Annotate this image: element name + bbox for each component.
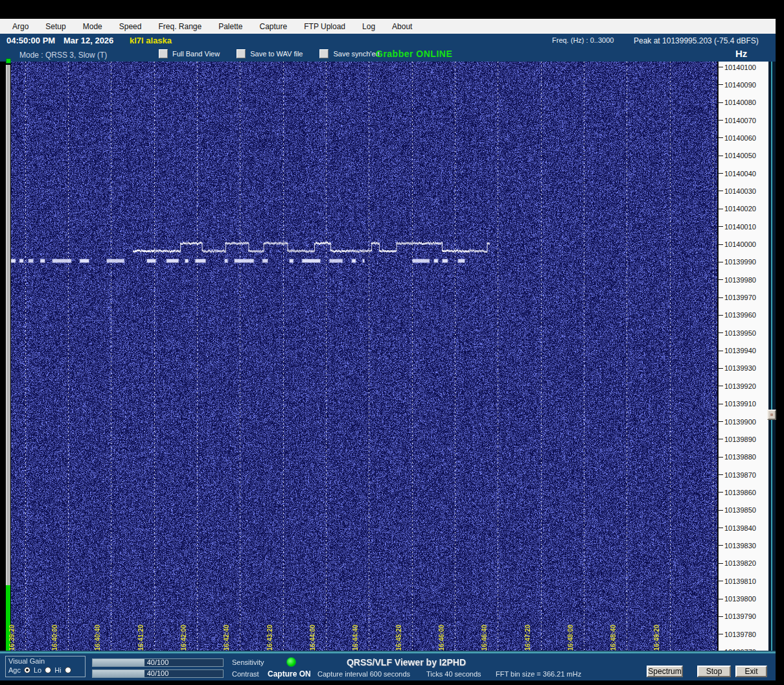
visual-gain-group: Visual Gain Agc Lo Hi [5,656,86,677]
menu-item[interactable]: About [384,22,421,31]
time-axis-label: 16:46:40 [481,625,488,651]
fft-bin-label: FFT bin size = 366.21 mHz [496,670,581,678]
freq-scale-row: 10139920 [719,382,756,390]
frequency-slider-track[interactable] [768,62,776,653]
freq-label: 10139900 [724,418,756,426]
freq-label: 10139920 [724,382,756,390]
freq-tick-icon [719,616,723,617]
sensitivity-slider[interactable]: 40/100 [92,658,224,667]
time-axis-label: 16:48:00 [567,625,574,651]
freq-label: 10139780 [724,631,756,638]
visual-gain-options: Agc Lo Hi [8,666,71,674]
freq-tick-icon [719,262,723,262]
freq-scale-row: 10139940 [719,347,756,355]
title-bar: 04:50:00 PM Mar 12, 2026 kl7l alaska Fre… [0,34,776,47]
scale-unit-label: Hz [735,48,747,59]
freq-label: 10140020 [724,205,756,213]
freq-tick-icon [719,510,723,511]
stop-button[interactable]: Stop [697,666,731,677]
menu-item[interactable]: Capture [251,22,296,31]
freq-scale-row: 10139980 [719,275,756,284]
freq-label: 10139990 [724,258,756,266]
contrast-slider[interactable]: 40/100 [92,669,224,678]
app-title: QRSS/VLF Viewer by I2PHD [309,657,503,668]
exit-button[interactable]: Exit [735,666,767,677]
freq-scale-row: 10140080 [719,99,756,107]
freq-label: 10140050 [724,152,756,159]
menu-item[interactable]: Palette [210,22,251,31]
freq-scale-row: 10139970 [719,294,756,302]
checkbox-option[interactable]: Save to WAV file [236,49,303,58]
hi-radio-label: Hi [54,666,61,674]
freq-tick-icon [719,351,723,351]
freq-label: 10139940 [724,347,756,354]
freq-tick-icon [719,244,723,245]
freq-label: 10140030 [724,187,756,195]
sensitivity-value: 40/100 [93,659,223,666]
freq-label: 10139960 [724,311,756,319]
menu-item[interactable]: FTP Upload [295,22,354,31]
capture-status: Capture ON [268,669,311,679]
freq-tick-icon [719,209,723,209]
menu-item[interactable]: Argo [4,22,37,31]
freq-scale-row: 10140040 [719,169,756,178]
freq-label: 10139820 [724,559,756,567]
menu-item[interactable]: Mode [75,22,111,31]
frequency-slider-thumb[interactable] [767,410,776,420]
freq-scale-row: 10140030 [719,187,756,195]
time-axis-label: 16:40:00 [51,625,58,651]
clock-time: 04:50:00 PM [6,36,55,45]
freq-tick-icon [719,137,723,138]
menu-item[interactable]: Speed [111,22,150,31]
freq-label: 10139860 [724,489,756,496]
ticks-label: Ticks 40 seconds [426,670,481,678]
contrast-value: 40/100 [93,670,223,677]
freq-scale-row: 10139960 [719,311,756,319]
freq-tick-icon [719,226,723,227]
visual-gain-label: Visual Gain [8,657,45,665]
freq-scale-row: 10139860 [719,488,756,496]
freq-tick-icon [719,528,723,528]
freq-label: 10139850 [724,506,756,514]
status-bar: Visual Gain Agc Lo Hi 40/100 40/100 Sens… [0,654,776,680]
lo-radio[interactable] [45,667,51,673]
freq-scale-row: 10140020 [719,205,756,213]
freq-label: 10139890 [724,435,756,443]
freq-scale-row: 10139800 [719,595,756,603]
menu-item[interactable]: Setup [37,22,74,31]
checkbox-box-icon[interactable] [236,49,246,58]
freq-scale-row: 10139890 [719,435,756,443]
checkbox-box-icon[interactable] [159,49,168,58]
freq-tick-icon [719,368,723,369]
spectrum-button[interactable]: Spectrum [647,666,683,677]
freq-label: 10139830 [724,542,756,550]
freq-scale-row: 10139880 [719,453,756,461]
checkbox-label: Save to WAV file [250,50,303,58]
freq-tick-icon [719,386,723,386]
freq-tick-icon [719,102,723,103]
time-axis-label: 16:44:00 [309,625,316,651]
freq-tick-icon [719,191,723,191]
waterfall-display[interactable] [11,62,717,653]
freq-label: 10140090 [724,81,756,89]
freq-scale-row: 10139780 [719,630,756,638]
slider-track-line [771,62,772,653]
checkbox-box-icon[interactable] [319,49,329,58]
freq-label: 10140040 [724,170,756,178]
freq-tick-icon [719,156,723,156]
menu-item[interactable]: Log [354,22,384,31]
contrast-label: Contrast [232,670,259,678]
capture-interval-label: Capture interval 600 seconds [317,670,410,678]
freq-label: 10139970 [724,294,756,301]
menu-item[interactable]: Freq. Range [150,22,210,31]
checkbox-option[interactable]: Save synch'ed [319,49,379,58]
freq-label: 10140060 [724,134,756,142]
freq-scale-row: 10140010 [719,222,756,231]
agc-radio[interactable] [24,667,30,673]
checkbox-group: Full Band View Save to WAV file Save syn… [159,49,380,58]
freq-tick-icon [719,599,723,599]
hi-radio[interactable] [65,667,71,673]
freq-scale-row: 10140070 [719,116,756,124]
freq-label: 10139880 [724,453,756,461]
checkbox-option[interactable]: Full Band View [159,49,220,58]
